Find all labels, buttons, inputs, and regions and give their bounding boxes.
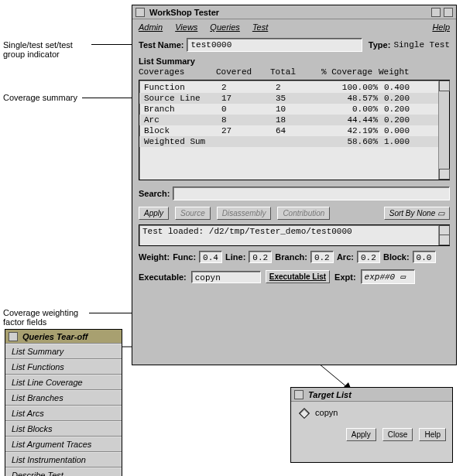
weight-arc-input[interactable]: 0.2 [357, 251, 380, 263]
table-row[interactable]: Arc81844.44%0.200 [139, 115, 438, 125]
svg-line-2 [319, 364, 347, 387]
queries-tearoff-window: Queries Tear-off List SummaryList Functi… [5, 329, 122, 476]
tearoff-item[interactable]: List Summary [5, 344, 122, 359]
tearoff-item[interactable]: List Branches [5, 390, 122, 406]
search-row: Search: [132, 183, 456, 204]
testname-row: Test Name: test0000 Type: Single Test [132, 35, 456, 55]
tearoff-titlebar[interactable]: Queries Tear-off [5, 330, 122, 344]
button-row: Apply Source Disassembly Contribution So… [132, 204, 456, 223]
type-value: Single Test [393, 40, 450, 50]
dropdown-icon: ▭ [400, 272, 406, 282]
hdr-coverages: Coverages [139, 67, 216, 77]
target-help-button[interactable]: Help [419, 428, 446, 441]
weight-line-input[interactable]: 0.2 [249, 251, 272, 263]
target-apply-button[interactable]: Apply [346, 428, 376, 441]
weight-block-label: Block: [383, 252, 410, 262]
target-titlebar[interactable]: Target List [291, 388, 452, 402]
tearoff-item[interactable]: List Instrumentation [5, 452, 122, 467]
window-title: WorkShop Tester [148, 8, 219, 17]
tearoff-title: Queries Tear-off [21, 332, 87, 341]
vertical-scrollbar[interactable] [438, 80, 449, 180]
weight-func-input[interactable]: 0.4 [199, 251, 222, 263]
hdr-pct: % Coverage [317, 67, 379, 77]
msg-scrollbar[interactable] [438, 225, 449, 245]
window-menu-icon[interactable] [294, 390, 304, 399]
expt-select[interactable]: exp##0 ▭ [361, 269, 415, 284]
table-row[interactable]: Weighted Sum58.60%1.000 [139, 136, 438, 147]
radio-icon[interactable] [299, 408, 310, 419]
sort-button[interactable]: Sort By None ▭ [384, 207, 450, 220]
menu-test[interactable]: Test [252, 22, 268, 32]
source-button[interactable]: Source [175, 207, 211, 220]
target-close-button[interactable]: Close [382, 428, 413, 441]
status-message: Test loaded: /d2/tmp/Tester_demo/test000… [139, 225, 438, 245]
coverage-table: Function22100.00%0.400Source Line173548.… [139, 80, 450, 180]
weight-branch-input[interactable]: 0.2 [310, 251, 334, 263]
menubar: Admin Views Queries Test Help [132, 19, 456, 35]
executable-row: Executable: copyn Executable List Expt: … [132, 266, 456, 287]
annotation-line [89, 313, 132, 313]
weight-row: Weight: Func: 0.4 Line: 0.2 Branch: 0.2 … [132, 248, 456, 266]
menu-queries[interactable]: Queries [210, 22, 240, 32]
search-input[interactable] [173, 187, 450, 200]
hdr-covered: Covered [216, 67, 270, 77]
table-row[interactable]: Block276442.19%0.000 [139, 125, 438, 136]
weight-block-input[interactable]: 0.0 [413, 251, 436, 263]
testname-input[interactable]: test0000 [187, 38, 362, 52]
maximize-icon[interactable] [444, 8, 453, 17]
target-button-row: Apply Close Help [291, 423, 452, 446]
search-label: Search: [139, 189, 170, 198]
annotation-line [82, 98, 132, 98]
weight-branch-label: Branch: [275, 252, 307, 262]
annotation-line [91, 44, 132, 45]
titlebar[interactable]: WorkShop Tester [132, 5, 456, 19]
table-body: Function22100.00%0.400Source Line173548.… [139, 80, 438, 180]
executable-input[interactable]: copyn [191, 271, 261, 283]
target-item[interactable]: copyn [315, 408, 338, 417]
weight-label: Weight: [139, 252, 170, 262]
target-title: Target List [307, 390, 352, 399]
weight-line-label: Line: [225, 252, 245, 262]
minimize-icon[interactable] [431, 8, 441, 17]
apply-button[interactable]: Apply [139, 207, 169, 220]
annotation-weight-fields: Coverage weighting factor fields [3, 308, 78, 327]
target-list-window: Target List copyn Apply Close Help [290, 387, 453, 463]
dropdown-icon: ▭ [437, 209, 444, 217]
tearoff-item[interactable]: List Line Coverage [5, 375, 122, 390]
target-body: copyn [291, 402, 452, 423]
disassembly-button[interactable]: Disassembly [217, 207, 272, 220]
annotation-test-indicator: Single/test set/test group indicator [3, 40, 73, 59]
table-row[interactable]: Branch0100.00%0.200 [139, 104, 438, 115]
testname-label: Test Name: [139, 40, 183, 50]
window-menu-icon[interactable] [9, 332, 18, 341]
menu-admin[interactable]: Admin [139, 22, 163, 32]
summary-title: List Summary [132, 55, 456, 66]
table-row[interactable]: Function22100.00%0.400 [139, 82, 438, 93]
main-window: WorkShop Tester Admin Views Queries Test… [132, 5, 457, 365]
weight-func-label: Func: [173, 252, 196, 262]
hdr-weight: Weight [379, 67, 425, 77]
executable-label: Executable: [139, 272, 187, 282]
menu-help[interactable]: Help [432, 22, 450, 32]
hdr-total: Total [270, 67, 317, 77]
window-menu-icon[interactable] [135, 8, 145, 17]
tearoff-item[interactable]: List Blocks [5, 421, 122, 437]
menu-views[interactable]: Views [175, 22, 197, 32]
type-label: Type: [369, 40, 391, 50]
annotation-coverage-summary: Coverage summary [3, 93, 77, 102]
tearoff-body: List SummaryList FunctionsList Line Cove… [5, 344, 122, 476]
tearoff-item[interactable]: Describe Test [5, 467, 122, 476]
tearoff-item[interactable]: List Functions [5, 359, 122, 375]
executable-list-button[interactable]: Executable List [266, 270, 330, 283]
contribution-button[interactable]: Contribution [277, 207, 330, 220]
table-headers: Coverages Covered Total % Coverage Weigh… [132, 66, 456, 78]
expt-label: Expt: [334, 272, 356, 282]
weight-arc-label: Arc: [337, 252, 354, 262]
tearoff-item[interactable]: List Argument Traces [5, 437, 122, 452]
table-row[interactable]: Source Line173548.57%0.200 [139, 93, 438, 104]
tearoff-item[interactable]: List Arcs [5, 406, 122, 421]
message-pane: Test loaded: /d2/tmp/Tester_demo/test000… [139, 224, 450, 246]
